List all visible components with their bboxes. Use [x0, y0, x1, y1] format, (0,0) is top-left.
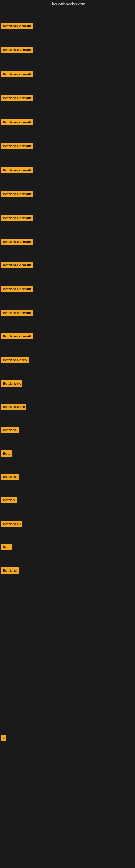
bottleneck-badge-21[interactable]: Bottleneck: [1, 521, 22, 527]
bottleneck-badge-4[interactable]: Bottleneck result: [1, 119, 33, 125]
bottleneck-badge-13[interactable]: Bottleneck result: [1, 333, 33, 339]
bottleneck-badge-10[interactable]: Bottleneck result: [1, 262, 33, 268]
bottleneck-row-7: Bottleneck result: [1, 191, 33, 198]
bottleneck-badge-18[interactable]: Bott: [1, 450, 12, 457]
bottleneck-badge-17[interactable]: Bottlene: [1, 427, 19, 433]
bottleneck-badge-7[interactable]: Bottleneck result: [1, 191, 33, 197]
bottleneck-badge-14[interactable]: Bottleneck res: [1, 357, 29, 363]
bottleneck-row-21: Bottleneck: [1, 521, 22, 528]
bottleneck-row-10: Bottleneck result: [1, 262, 33, 269]
bottleneck-badge-12[interactable]: Bottleneck result: [1, 310, 33, 316]
bottleneck-badge-22[interactable]: Bott: [1, 544, 12, 550]
bottleneck-row-13: Bottleneck result: [1, 333, 33, 340]
bottleneck-badge-16[interactable]: Bottleneck re: [1, 404, 26, 410]
bottleneck-badge-3[interactable]: Bottleneck result: [1, 95, 33, 101]
page-wrapper: TheBottlenecker.com Bottleneck resultBot…: [0, 0, 135, 868]
bottleneck-row-18: Bott: [1, 450, 12, 458]
bottleneck-badge-23[interactable]: Bottlene: [1, 567, 19, 574]
bottleneck-badge-9[interactable]: Bottleneck result: [1, 239, 33, 245]
bottleneck-badge-6[interactable]: Bottleneck result: [1, 167, 33, 173]
bottleneck-row-9: Bottleneck result: [1, 239, 33, 246]
bottleneck-row-23: Bottlene: [1, 567, 19, 575]
bottleneck-badge-24[interactable]: ...: [1, 735, 6, 741]
bottleneck-row-6: Bottleneck result: [1, 167, 33, 175]
bottleneck-row-14: Bottleneck res: [1, 357, 29, 364]
bottleneck-row-0: Bottleneck result: [1, 23, 33, 30]
bottleneck-row-11: Bottleneck result: [1, 286, 33, 293]
bottleneck-row-15: Bottleneck: [1, 380, 22, 388]
bottleneck-row-19: Bottlene: [1, 474, 19, 481]
bottleneck-badge-5[interactable]: Bottleneck result: [1, 143, 33, 149]
bottleneck-row-12: Bottleneck result: [1, 310, 33, 317]
bottleneck-badge-11[interactable]: Bottleneck result: [1, 286, 33, 292]
bottleneck-row-8: Bottleneck result: [1, 215, 33, 222]
items-container: Bottleneck resultBottleneck resultBottle…: [0, 8, 135, 822]
bottleneck-row-4: Bottleneck result: [1, 119, 33, 126]
bottleneck-badge-1[interactable]: Bottleneck result: [1, 46, 33, 53]
bottleneck-badge-8[interactable]: Bottleneck result: [1, 215, 33, 221]
bottleneck-row-1: Bottleneck result: [1, 46, 33, 54]
bottleneck-row-5: Bottleneck result: [1, 143, 33, 150]
site-header: TheBottlenecker.com: [0, 0, 135, 8]
bottleneck-row-16: Bottleneck re: [1, 404, 26, 411]
bottleneck-badge-2[interactable]: Bottleneck result: [1, 71, 33, 77]
bottleneck-row-22: Bott: [1, 544, 12, 552]
bottleneck-row-24: ...: [1, 735, 6, 742]
bottleneck-badge-19[interactable]: Bottlene: [1, 474, 19, 480]
site-title: TheBottlenecker.com: [50, 2, 85, 6]
bottleneck-row-2: Bottleneck result: [1, 71, 33, 79]
bottleneck-badge-15[interactable]: Bottleneck: [1, 380, 22, 386]
bottleneck-badge-0[interactable]: Bottleneck result: [1, 23, 33, 29]
bottleneck-row-20: Bottlen: [1, 497, 17, 504]
bottleneck-badge-20[interactable]: Bottlen: [1, 497, 17, 503]
bottleneck-row-17: Bottlene: [1, 427, 19, 434]
bottleneck-row-3: Bottleneck result: [1, 95, 33, 102]
